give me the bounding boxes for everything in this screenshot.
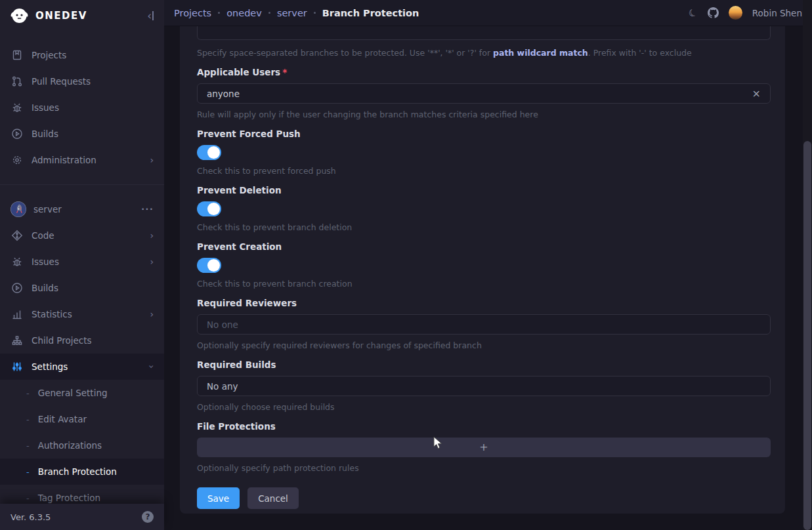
sidebar-item-label: Issues	[32, 102, 59, 113]
breadcrumb-server[interactable]: server	[277, 8, 307, 18]
sidebar-item-administration[interactable]: Administration ›	[0, 147, 164, 173]
applicable-users-value: anyone	[207, 89, 240, 99]
dark-mode-icon[interactable]: ☾	[687, 6, 700, 20]
dash-icon: -	[26, 388, 30, 398]
sidebar-item-settings[interactable]: Settings ›	[0, 354, 164, 380]
branches-help: Specify space-separated branches to be p…	[197, 48, 771, 58]
project-name: server	[33, 204, 62, 214]
prevent-deletion-label: Prevent Deletion	[197, 185, 771, 195]
sidebar-item-issues[interactable]: Issues	[0, 94, 164, 121]
sidebar-item-project-builds[interactable]: Builds	[0, 275, 164, 301]
prevent-deletion-toggle[interactable]	[197, 201, 221, 216]
version-label: Ver. 6.3.5	[11, 512, 51, 522]
sidebar-item-builds[interactable]: Builds	[0, 121, 164, 147]
play-circle-icon	[11, 128, 23, 140]
toggle-knob	[207, 146, 220, 159]
file-protections-add-bar[interactable]: +	[197, 438, 771, 457]
sidebar-divider	[0, 184, 164, 185]
prevent-creation-label: Prevent Creation	[197, 241, 771, 252]
breadcrumb-projects[interactable]: Projects	[174, 8, 211, 18]
sidebar-item-code[interactable]: Code ›	[0, 222, 164, 249]
required-builds-input[interactable]: No any	[197, 376, 771, 396]
more-options-icon[interactable]: •••	[141, 206, 154, 213]
help-icon[interactable]: ?	[142, 511, 154, 523]
sidebar-footer: Ver. 6.3.5 ?	[0, 504, 164, 530]
sidebar-collapse-button[interactable]: ‹	[147, 10, 154, 22]
required-reviewers-help: Optionally specify required reviewers fo…	[197, 340, 771, 350]
sidebar-item-label: Settings	[32, 361, 68, 372]
dash-icon: -	[26, 415, 30, 424]
prevent-deletion-help: Check this to prevent branch deletion	[197, 222, 771, 232]
required-reviewers-placeholder: No one	[207, 319, 238, 330]
bug-icon	[11, 102, 23, 114]
github-icon[interactable]	[708, 7, 719, 18]
chevron-right-icon: ›	[150, 155, 154, 165]
sidebar-subitem-branch-protection[interactable]: - Branch Protection	[0, 459, 164, 485]
sidebar-project-header[interactable]: server •••	[0, 196, 164, 222]
prevent-forced-push-toggle[interactable]	[197, 145, 221, 160]
user-avatar[interactable]	[729, 6, 742, 20]
dash-icon: -	[26, 467, 30, 477]
branches-help-suffix: . Prefix with '-' to exclude	[588, 48, 692, 58]
sidebar-item-label: Administration	[32, 155, 96, 165]
file-protections-help: Optionally specify path protection rules	[197, 463, 771, 473]
sidebar-subitem-label: Edit Avatar	[38, 414, 87, 424]
sidebar-subitem-edit-avatar[interactable]: - Edit Avatar	[0, 406, 164, 432]
chevron-right-icon: ›	[150, 231, 154, 240]
toggle-knob	[207, 203, 220, 215]
plus-icon[interactable]: +	[479, 442, 488, 453]
chevron-right-icon: ›	[150, 257, 154, 266]
page-title: Branch Protection	[322, 8, 419, 18]
sidebar-item-label: Builds	[32, 129, 58, 139]
prevent-forced-push-help: Check this to prevent forced push	[197, 166, 771, 176]
clear-icon[interactable]: ×	[752, 89, 761, 99]
sidebar-item-pull-requests[interactable]: Pull Requests	[0, 68, 164, 94]
sidebar-item-project-issues[interactable]: Issues ›	[0, 249, 164, 275]
window-scrollbar[interactable]	[803, 0, 812, 530]
bar-chart-icon	[11, 308, 23, 321]
topbar-actions: ☾ Robin Shen	[689, 6, 802, 20]
bug-icon	[11, 256, 23, 268]
sliders-icon	[11, 361, 23, 373]
collapse-bar-icon	[152, 11, 154, 20]
required-builds-help: Optionally choose required builds	[197, 402, 771, 412]
required-reviewers-label: Required Reviewers	[197, 298, 771, 308]
cancel-button[interactable]: Cancel	[247, 487, 299, 509]
sidebar-item-label: Pull Requests	[32, 76, 91, 87]
sidebar-item-label: Child Projects	[32, 335, 92, 346]
sidebar-subitem-authorizations[interactable]: - Authorizations	[0, 432, 164, 459]
branch-protection-form: Specify space-separated branches to be p…	[180, 26, 785, 514]
path-wildcard-match-link[interactable]: path wildcard match	[493, 48, 588, 58]
logo-row: ONEDEV ‹	[0, 0, 164, 31]
app-title: ONEDEV	[35, 10, 87, 22]
breadcrumb-separator-dot	[218, 12, 220, 14]
toggle-knob	[207, 259, 220, 272]
play-circle-icon	[11, 282, 23, 295]
chevron-right-icon: ›	[150, 310, 154, 319]
chevron-left-icon: ‹	[147, 10, 152, 22]
sidebar-item-statistics[interactable]: Statistics ›	[0, 301, 164, 327]
branches-input-partial[interactable]	[197, 26, 771, 40]
project-avatar	[11, 201, 26, 217]
required-reviewers-input[interactable]: No one	[197, 314, 771, 335]
sidebar-subitem-label: Tag Protection	[38, 493, 100, 503]
sidebar-item-projects[interactable]: Projects	[0, 42, 164, 68]
sidebar-item-label: Builds	[32, 283, 58, 293]
save-button[interactable]: Save	[197, 487, 240, 509]
breadcrumb-separator-dot	[268, 12, 270, 14]
prevent-forced-push-label: Prevent Forced Push	[197, 129, 771, 139]
form-actions: Save Cancel	[197, 487, 771, 509]
gear-icon	[11, 154, 23, 167]
applicable-users-help: Rule will apply only if the user changin…	[197, 110, 771, 119]
pull-request-icon	[11, 75, 23, 88]
user-name[interactable]: Robin Shen	[752, 8, 802, 18]
applicable-users-input[interactable]: anyone ×	[197, 83, 771, 104]
prevent-creation-toggle[interactable]	[197, 258, 221, 273]
scrollbar-thumb[interactable]	[803, 141, 811, 530]
breadcrumb-onedev[interactable]: onedev	[226, 8, 262, 18]
sidebar-item-child-projects[interactable]: Child Projects	[0, 327, 164, 354]
applicable-users-label: Applicable Users*	[197, 67, 771, 77]
sidebar-subitem-general-setting[interactable]: - General Setting	[0, 380, 164, 406]
sidebar-item-label: Issues	[32, 256, 59, 267]
branches-help-prefix: Specify space-separated branches to be p…	[197, 48, 493, 58]
